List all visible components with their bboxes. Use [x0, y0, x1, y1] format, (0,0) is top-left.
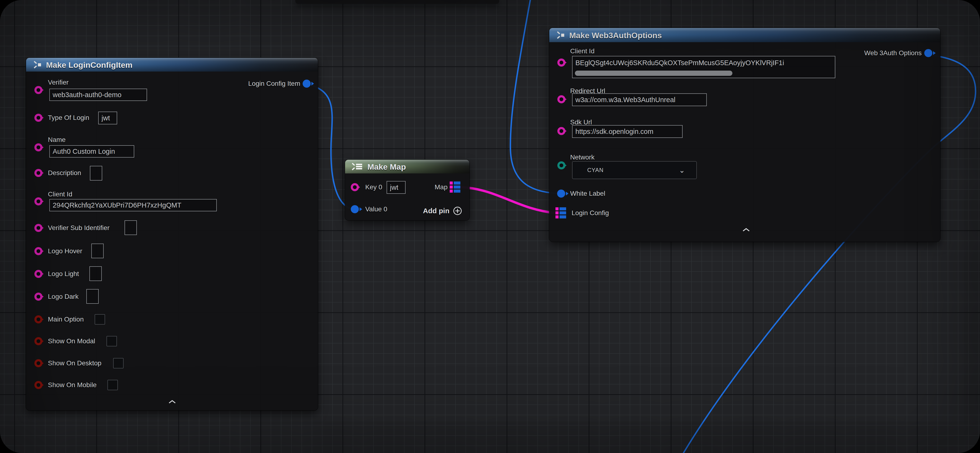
- main-option-checkbox[interactable]: [95, 314, 105, 325]
- output-pin-label: Login Config Item: [248, 80, 300, 87]
- input-pin-sdk-url[interactable]: [557, 127, 565, 135]
- input-pin-verifier[interactable]: [34, 86, 43, 94]
- client-id-input[interactable]: 294QRkchfq2YaXUbPri7D6PH7xzHgQMT: [49, 199, 217, 211]
- output-pin-map[interactable]: [450, 182, 460, 193]
- node-header[interactable]: Make LoginConfigItem: [26, 58, 318, 71]
- input-pin-client-id[interactable]: [34, 197, 43, 206]
- node-title: Make LoginConfigItem: [46, 60, 132, 70]
- input-pin-network[interactable]: [557, 162, 565, 169]
- pin-label: Login Config: [571, 209, 609, 217]
- input-pin-name[interactable]: [34, 143, 43, 151]
- pin-label: Verifier: [48, 79, 68, 86]
- add-pin-button[interactable]: Add pin: [423, 206, 462, 215]
- pin-label: Network: [570, 154, 595, 161]
- output-pin-label: Map: [435, 184, 447, 191]
- add-pin-label: Add pin: [423, 207, 449, 215]
- blueprint-canvas[interactable]: Make LoginConfigItem Login Config Item V…: [0, 0, 980, 453]
- pin-label: Logo Light: [48, 270, 79, 278]
- input-pin-key0[interactable]: [351, 183, 359, 191]
- client-id-scrollbar[interactable]: [575, 71, 732, 76]
- input-pin-logo-hover[interactable]: [34, 247, 43, 255]
- input-pin-type-of-login[interactable]: [34, 114, 43, 122]
- input-pin-show-on-modal[interactable]: [34, 337, 43, 345]
- pin-label: Show On Desktop: [48, 360, 102, 367]
- pin-label: Type Of Login: [48, 114, 89, 122]
- name-input[interactable]: Auth0 Custom Login: [49, 145, 134, 158]
- pin-label: White Label: [570, 190, 605, 197]
- pin-label: Client Id: [48, 190, 72, 198]
- input-pin-logo-light[interactable]: [34, 270, 43, 278]
- input-pin-verifier-sub-identifier[interactable]: [34, 224, 43, 232]
- pin-label: Name: [48, 136, 66, 144]
- node-make-loginconfigitem[interactable]: Make LoginConfigItem Login Config Item V…: [26, 58, 318, 410]
- redirect-url-input[interactable]: w3a://com.w3a.Web3AuthUnreal: [572, 93, 707, 106]
- node-header[interactable]: Make Web3AuthOptions: [549, 28, 940, 42]
- input-pin-show-on-desktop[interactable]: [34, 359, 43, 367]
- input-pin-redirect-url[interactable]: [557, 95, 565, 103]
- make-struct-icon: [555, 30, 566, 40]
- make-struct-icon: [32, 60, 43, 70]
- output-pin-web3auth-options[interactable]: [924, 49, 932, 57]
- input-pin-value0[interactable]: [351, 205, 359, 213]
- output-pin-label: Web 3Auth Options: [864, 49, 922, 57]
- node-title: Make Map: [368, 162, 406, 171]
- show-on-desktop-checkbox[interactable]: [113, 358, 124, 368]
- verifier-sub-identifier-input[interactable]: [124, 220, 137, 235]
- pin-label: Logo Dark: [48, 293, 78, 301]
- logo-hover-input[interactable]: [91, 244, 103, 258]
- offscreen-node-edge[interactable]: [295, 0, 499, 4]
- input-pin-logo-dark[interactable]: [34, 293, 43, 301]
- verifier-input[interactable]: web3auth-auth0-demo: [49, 89, 147, 101]
- pin-label: Show On Modal: [48, 337, 95, 345]
- pin-label: Logo Hover: [48, 247, 82, 255]
- network-dropdown[interactable]: CYAN ⌄: [572, 161, 697, 179]
- logo-light-input[interactable]: [89, 266, 102, 281]
- pin-label: Value 0: [365, 206, 387, 213]
- show-on-mobile-checkbox[interactable]: [107, 380, 118, 390]
- input-pin-show-on-mobile[interactable]: [34, 381, 43, 389]
- make-map-icon: [351, 162, 364, 171]
- pin-label: Show On Mobile: [48, 381, 97, 389]
- input-pin-white-label[interactable]: [557, 190, 565, 198]
- pin-label: Verifier Sub Identifier: [48, 224, 110, 232]
- pin-label: Key 0: [365, 184, 382, 191]
- logo-dark-input[interactable]: [86, 289, 99, 304]
- input-pin-login-config[interactable]: [555, 207, 566, 219]
- node-header[interactable]: Make Map: [345, 160, 469, 173]
- input-pin-main-option[interactable]: [34, 315, 43, 323]
- input-pin-description[interactable]: [34, 169, 43, 177]
- collapse-caret[interactable]: [742, 227, 751, 232]
- pin-label: Main Option: [48, 315, 84, 323]
- node-make-map[interactable]: Make Map Key 0 jwt Map Value 0 Add pin: [345, 160, 469, 220]
- pin-label: Client Id: [570, 48, 595, 55]
- type-of-login-input[interactable]: jwt: [98, 112, 117, 124]
- node-make-web3authoptions[interactable]: Make Web3AuthOptions Web 3Auth Options C…: [549, 28, 940, 242]
- output-pin-login-config-item[interactable]: [302, 79, 311, 88]
- pin-label: Description: [48, 169, 81, 177]
- client-id-input[interactable]: BEglQSgt4cUWcj6SKRdu5QkOXTsePmMcusG5EAoy…: [572, 56, 835, 78]
- node-title: Make Web3AuthOptions: [569, 31, 662, 40]
- chevron-down-icon: ⌄: [679, 166, 685, 174]
- sdk-url-input[interactable]: https://sdk.openlogin.com: [572, 125, 682, 138]
- collapse-caret[interactable]: [168, 399, 177, 404]
- input-pin-client-id[interactable]: [557, 59, 565, 67]
- key0-input[interactable]: jwt: [387, 181, 406, 194]
- show-on-modal-checkbox[interactable]: [107, 336, 117, 346]
- description-input[interactable]: [90, 166, 102, 181]
- network-selected-value: CYAN: [573, 167, 604, 173]
- add-pin-icon: [453, 206, 462, 215]
